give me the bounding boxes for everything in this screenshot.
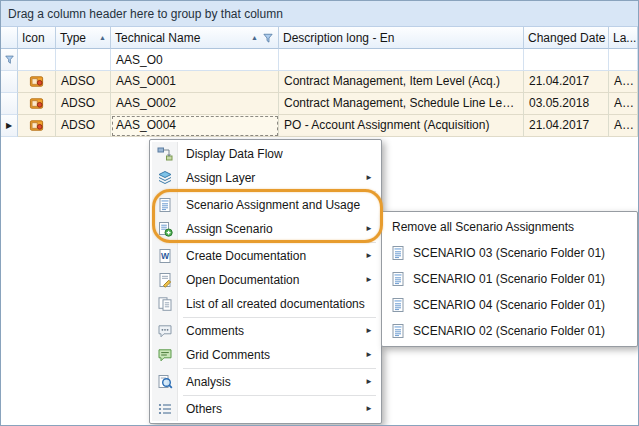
row-cell-description[interactable]: Contract Management, Item Level (Acq.) [279,71,524,93]
row-cell-changed-date[interactable]: 21.04.2017 [524,71,609,93]
submenu-arrow-icon: ► [365,351,373,359]
submenu-item-scenario-03[interactable]: SCENARIO 03 (Scenario Folder 01) [384,240,635,266]
row-cell-last[interactable]: AD... [609,71,638,93]
comments-icon [152,323,178,339]
header-indicator-cell [1,27,18,49]
filter-active-icon[interactable] [262,32,274,44]
table-row[interactable]: ADSO AAS_O001 Contract Management, Item … [1,71,638,93]
submenu-item-label: SCENARIO 04 (Scenario Folder 01) [413,298,605,312]
filter-row-icon [4,54,15,65]
filter-value: AAS_O0 [116,53,163,67]
column-label: La... [613,31,636,45]
app-window: Drag a column header here to group by th… [0,0,639,426]
menu-item-assign-layer[interactable]: Assign Layer ► [152,166,379,190]
row-cell-icon[interactable] [18,93,56,115]
filter-cell-last[interactable] [609,49,638,71]
column-header-description[interactable]: Description long - En [279,27,524,49]
submenu-item-scenario-04[interactable]: SCENARIO 04 (Scenario Folder 01) [384,292,635,318]
menu-item-label: Analysis [178,375,231,389]
menu-separator [183,242,376,243]
sort-asc-icon: ▲ [99,34,106,41]
table-row[interactable]: ADSO AAS_O002 Contract Management, Sched… [1,93,638,115]
column-label: Description long - En [283,31,394,45]
filter-cell-icon[interactable] [18,49,56,71]
group-by-hint-text: Drag a column header here to group by th… [8,7,283,21]
grid-filter-row: AAS_O0 [1,49,638,71]
submenu-arrow-icon: ► [365,327,373,335]
column-header-last[interactable]: La... [609,27,638,49]
menu-item-analysis[interactable]: Analysis ► [152,370,379,394]
menu-item-others[interactable]: Others ► [152,397,379,421]
menu-item-list-of-all-created-documentations[interactable]: List of all created documentations [152,292,379,316]
submenu-item-label: Remove all Scenario Assignments [390,220,574,234]
submenu-item-remove-all-scenario-assignments[interactable]: Remove all Scenario Assignments [384,214,635,240]
menu-separator [183,395,376,396]
menu-item-label: Assign Scenario [178,222,273,236]
submenu-item-scenario-02[interactable]: SCENARIO 02 (Scenario Folder 01) [384,318,635,344]
assign-scenario-submenu: Remove all Scenario Assignments SCENARIO… [381,211,638,347]
row-cell-type[interactable]: ADSO [56,93,111,115]
documentations-list-icon [152,296,178,312]
column-header-icon[interactable]: Icon [18,27,56,49]
create-documentation-icon [152,248,178,264]
row-indicator [1,71,18,93]
menu-item-label: Open Documentation [178,273,299,287]
assign-scenario-icon [152,221,178,237]
menu-item-assign-scenario[interactable]: Assign Scenario ► [152,217,379,241]
row-cell-technical-name[interactable]: AAS_O001 [111,71,279,93]
adso-icon [29,96,44,111]
menu-item-display-data-flow[interactable]: Display Data Flow [152,142,379,166]
adso-icon [29,118,44,133]
filter-cell-type[interactable] [56,49,111,71]
filter-cell-description[interactable] [279,49,524,71]
row-cell-type[interactable]: ADSO [56,71,111,93]
column-label: Technical Name [115,31,200,45]
row-cell-technical-name[interactable]: AAS_O002 [111,93,279,115]
menu-item-label: Create Documentation [178,249,306,263]
column-header-technical-name[interactable]: Technical Name ▲ [111,27,279,49]
row-cell-last[interactable]: AD... [609,93,638,115]
group-by-panel[interactable]: Drag a column header here to group by th… [1,1,638,27]
menu-item-create-documentation[interactable]: Create Documentation ► [152,244,379,268]
menu-separator [183,317,376,318]
row-cell-description[interactable]: Contract Management, Schedule Line Level… [279,93,524,115]
filter-cell-changed-date[interactable] [524,49,609,71]
row-cell-changed-date[interactable]: 03.05.2018 [524,93,609,115]
row-cell-icon[interactable] [18,71,56,93]
table-row-selected[interactable]: ▶ ADSO AAS_O004 PO - Account Assignment … [1,115,638,137]
grid-header-row: Icon Type ▲ Technical Name ▲ Description… [1,27,638,49]
row-indicator: ▶ [1,115,18,137]
grid-comments-icon [152,347,178,363]
open-documentation-icon [152,272,178,288]
menu-item-label: List of all created documentations [178,297,365,311]
analysis-icon [152,374,178,390]
column-header-changed-date[interactable]: Changed Date [524,27,609,49]
submenu-item-scenario-01[interactable]: SCENARIO 01 (Scenario Folder 01) [384,266,635,292]
menu-item-label: Scenario Assignment and Usage [178,198,360,212]
column-label: Icon [22,31,45,45]
submenu-item-label: SCENARIO 03 (Scenario Folder 01) [413,246,605,260]
adso-icon [29,74,44,89]
technical-name-filter-input[interactable]: AAS_O0 [111,49,279,71]
row-cell-changed-date[interactable]: 21.04.2017 [524,115,609,137]
scenario-doc-icon [390,297,406,313]
menu-item-scenario-assignment-and-usage[interactable]: Scenario Assignment and Usage [152,193,379,217]
row-cell-description[interactable]: PO - Account Assignment (Acquisition) [279,115,524,137]
row-cell-technical-name-focused[interactable]: AAS_O004 [111,115,279,137]
submenu-item-label: SCENARIO 02 (Scenario Folder 01) [413,324,605,338]
column-label: Changed Date [528,31,605,45]
menu-item-label: Comments [178,324,244,338]
menu-item-grid-comments[interactable]: Grid Comments ► [152,343,379,367]
scenario-usage-icon [152,197,178,213]
column-header-type[interactable]: Type ▲ [56,27,111,49]
menu-item-comments[interactable]: Comments ► [152,319,379,343]
data-flow-icon [152,146,178,162]
submenu-arrow-icon: ► [365,276,373,284]
menu-item-open-documentation[interactable]: Open Documentation ► [152,268,379,292]
menu-item-label: Display Data Flow [178,147,283,161]
row-cell-last[interactable]: AD... [609,115,638,137]
submenu-item-label: SCENARIO 01 (Scenario Folder 01) [413,272,605,286]
row-cell-type[interactable]: ADSO [56,115,111,137]
row-cell-icon[interactable] [18,115,56,137]
menu-separator [183,191,376,192]
